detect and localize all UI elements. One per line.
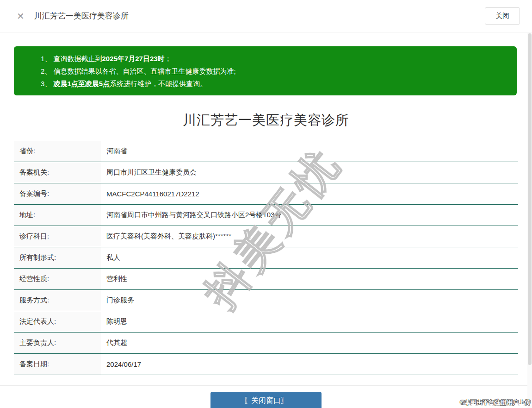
row-label: 备案日期: xyxy=(14,354,101,375)
table-row-service-mode: 服务方式: 门诊服务 xyxy=(14,290,518,311)
notice-line-2: 2、 信息数据结果以各省、自治区、直辖市卫生健康委数据为准; xyxy=(41,65,507,77)
row-value: 周口市川汇区卫生健康委员会 xyxy=(101,162,518,183)
record-detail-page: ✕ 川汇芳艺一美医疗美容诊所 关闭 1、 查询数据截止到2025年7月27日23… xyxy=(0,0,532,408)
page-title: 川汇芳艺一美医疗美容诊所 xyxy=(14,111,518,130)
top-bar: ✕ 川汇芳艺一美医疗美容诊所 关闭 xyxy=(0,0,532,32)
row-label: 省份: xyxy=(14,141,101,162)
scrollbar-thumb[interactable] xyxy=(528,33,532,365)
row-value: 门诊服务 xyxy=(101,290,518,311)
divider xyxy=(0,385,532,386)
row-value: 河南省 xyxy=(101,141,518,162)
table-row-record-date: 备案日期: 2024/06/17 xyxy=(14,354,518,375)
table-row-main-person-in-charge: 主要负责人: 代其超 xyxy=(14,333,518,354)
notice-banner: 1、 查询数据截止到2025年7月27日23时； 2、 信息数据结果以各省、自治… xyxy=(14,46,517,95)
row-label: 法定代表人: xyxy=(14,311,101,332)
row-value: 医疗美容科(美容外科、美容皮肤科)****** xyxy=(101,226,518,247)
table-row-record-authority: 备案机关: 周口市川汇区卫生健康委员会 xyxy=(14,162,518,183)
row-label: 服务方式: xyxy=(14,290,101,311)
row-value: 代其超 xyxy=(101,333,518,353)
row-label: 备案机关: xyxy=(14,162,101,183)
row-value: MACFC2CP441160217D2212 xyxy=(101,183,518,204)
row-value: 私人 xyxy=(101,247,518,268)
table-row-province: 省份: 河南省 xyxy=(14,141,518,162)
table-row-legal-representative: 法定代表人: 陈明恩 xyxy=(14,311,518,333)
row-label: 经营性质: xyxy=(14,269,101,289)
close-icon[interactable]: ✕ xyxy=(17,12,25,21)
row-label: 诊疗科目: xyxy=(14,226,101,247)
row-label: 备案编号: xyxy=(14,183,101,204)
row-value: 河南省周口市中州路与黄河路交叉口铁路小区2号楼103号 xyxy=(101,205,518,226)
footer: 〖关闭窗口〗 xyxy=(14,392,518,408)
row-label: 所有制形式: xyxy=(14,247,101,268)
close-button[interactable]: 关闭 xyxy=(485,7,520,25)
row-label: 主要负责人: xyxy=(14,333,101,353)
detail-table: 省份: 河南省 备案机关: 周口市川汇区卫生健康委员会 备案编号: MACFC2… xyxy=(14,141,518,375)
scrollbar-track[interactable] xyxy=(527,33,532,408)
table-row-ownership-form: 所有制形式: 私人 xyxy=(14,247,518,269)
table-row-address: 地址: 河南省周口市中州路与黄河路交叉口铁路小区2号楼103号 xyxy=(14,205,518,226)
window-title: 川汇芳艺一美医疗美容诊所 xyxy=(34,11,129,21)
table-row-business-nature: 经营性质: 营利性 xyxy=(14,269,518,290)
close-window-button[interactable]: 〖关闭窗口〗 xyxy=(210,392,322,408)
content-area: 1、 查询数据截止到2025年7月27日23时； 2、 信息数据结果以各省、自治… xyxy=(0,46,532,408)
notice-line-3: 3、 凌晨1点至凌晨5点系统进行维护，不能提供查询。 xyxy=(41,77,507,90)
notice-line-1: 1、 查询数据截止到2025年7月27日23时； xyxy=(41,52,507,65)
row-label: 地址: xyxy=(14,205,101,226)
table-row-treatment-subjects: 诊疗科目: 医疗美容科(美容外科、美容皮肤科)****** xyxy=(14,226,518,247)
table-row-record-number: 备案编号: MACFC2CP441160217D2212 xyxy=(14,183,518,205)
row-value: 2024/06/17 xyxy=(101,354,518,375)
row-value: 营利性 xyxy=(101,269,518,289)
row-value: 陈明恩 xyxy=(101,311,518,332)
